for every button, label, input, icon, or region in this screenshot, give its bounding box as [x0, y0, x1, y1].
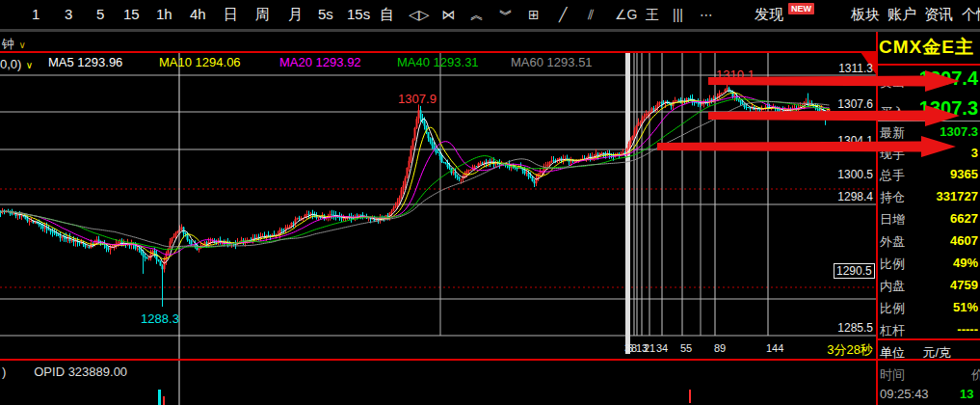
ma20-readout: MA20 1293.92	[279, 55, 361, 69]
sell-label: 卖出	[880, 74, 905, 92]
new-badge: NEW	[788, 3, 814, 14]
last-label: 最新	[880, 124, 905, 142]
menu-account[interactable]: 账户	[887, 5, 916, 24]
daily-increase-value: 6627	[950, 211, 978, 226]
price-label: 1285.5	[815, 321, 873, 335]
price-label: 1304.1	[815, 134, 873, 148]
sell-price[interactable]: 1307.4	[919, 68, 978, 90]
period-button-5[interactable]: 5	[96, 5, 104, 24]
price-label-boxed: 1290.5	[834, 263, 875, 279]
bar-countdown: 3分28秒	[817, 341, 873, 359]
trendline-icon[interactable]: ╱	[559, 5, 567, 24]
layout-grid-icon[interactable]: ⊞	[528, 5, 540, 24]
period-button-week[interactable]: 周	[255, 5, 270, 24]
ma60-readout: MA60 1293.51	[511, 55, 593, 69]
chart-bottom-border	[0, 359, 980, 361]
total-vol-value: 9365	[950, 167, 978, 181]
price-annotation: 1288.3	[131, 311, 189, 326]
ma-line-20	[1, 96, 830, 255]
price-label: 1300.5	[815, 168, 873, 181]
cur-vol-label: 现手	[880, 146, 905, 163]
expand-horizontal-icon[interactable]: ◁▷	[409, 5, 430, 24]
tape-price-header: 价	[971, 366, 980, 384]
panel-divider	[878, 338, 980, 340]
ma-line-40	[1, 99, 830, 250]
period-button-1h[interactable]: 1h	[156, 5, 172, 24]
ma10-readout: MA10 1294.06	[159, 55, 241, 69]
chevrons-up-icon[interactable]: ︽	[470, 5, 484, 24]
leverage-value: -----	[957, 322, 978, 337]
fib-time-label: 89	[714, 342, 726, 354]
period-button-1[interactable]: 1	[32, 5, 40, 24]
toolbar-separator	[0, 29, 980, 32]
panel-divider	[878, 64, 980, 66]
price-annotation: 1307.9	[388, 92, 446, 106]
price-label: 1307.6	[815, 97, 873, 111]
outer-vol-label: 外盘	[880, 233, 905, 251]
fib-time-label: 144	[766, 342, 783, 354]
price-annotation: 1310.1	[706, 68, 764, 82]
tape-time: 09:25:43	[880, 387, 929, 401]
period-button-month[interactable]: 月	[288, 5, 303, 24]
period-button-4h[interactable]: 4h	[190, 5, 206, 24]
daily-increase-label: 日增	[880, 211, 905, 229]
more-icon[interactable]: ⋯	[700, 5, 713, 24]
fib-time-label: 21	[644, 342, 655, 354]
menu-sectors[interactable]: 板块	[851, 5, 880, 24]
tape-price: 13	[960, 387, 973, 401]
chevron-down-icon: ∨	[18, 40, 25, 50]
buy-label: 买入	[880, 104, 905, 122]
vertical-lines-icon[interactable]: |||	[673, 5, 683, 24]
period-button-15s[interactable]: 15s	[347, 5, 370, 24]
candles-layer	[1, 82, 830, 307]
fib-time-label: 34	[656, 342, 668, 354]
fib-time-label: 55	[680, 342, 692, 354]
period-button-5s[interactable]: 5s	[318, 5, 333, 24]
leverage-label: 杠杆	[880, 322, 905, 339]
parallel-lines-icon[interactable]: ⫽	[588, 5, 594, 24]
period-button-custom[interactable]: 自	[380, 5, 394, 24]
inner-ratio-label: 比例	[880, 300, 905, 317]
inner-ratio-value: 51%	[953, 300, 978, 314]
price-label: 1311.3	[815, 62, 873, 75]
period-button-15[interactable]: 15	[123, 5, 140, 24]
chevron-down-icon: ∨	[26, 60, 33, 70]
outer-vol-value: 4607	[950, 233, 978, 248]
menu-news[interactable]: 资讯	[924, 5, 953, 24]
ma5-readout: MA5 1293.96	[48, 55, 122, 69]
gann-tool-icon[interactable]: 王	[646, 5, 659, 24]
buy-price[interactable]: 1307.3	[919, 97, 978, 120]
cur-vol-value: 3	[971, 146, 978, 160]
period-button-day[interactable]: 日	[224, 5, 238, 24]
menu-personal[interactable]: 个性	[962, 5, 980, 24]
outer-ratio-label: 比例	[880, 256, 905, 273]
ma-line-60	[1, 102, 830, 247]
symbol-title[interactable]: CMX金E主	[879, 35, 974, 60]
inner-vol-value: 4759	[950, 278, 978, 292]
ma40-readout: MA40 1293.31	[397, 55, 479, 69]
indicator-param-partial[interactable]: 0,0) ∨	[0, 55, 33, 72]
period-button-3[interactable]: 3	[65, 5, 72, 24]
total-vol-label: 总手	[880, 167, 905, 184]
inner-vol-label: 内盘	[880, 278, 905, 295]
opid-indicator-label: ) OPID 323889.00	[2, 364, 127, 379]
chevrons-down-icon[interactable]: ︾	[499, 5, 513, 24]
outer-ratio-value: 49%	[953, 256, 978, 270]
open-interest-value: 331727	[937, 189, 978, 203]
price-label: 1298.4	[815, 190, 873, 203]
ma-line-5	[1, 91, 830, 263]
panel-left-border	[876, 32, 878, 405]
chart-top-border	[0, 51, 876, 53]
panel-divider	[877, 121, 980, 122]
top-toolbar: 1 3 5 15 1h 4h 日 周 月 5s 15s 自 ◁▷ ⋈ ︽ ︾ ⊞…	[0, 0, 980, 29]
last-value: 1307.3	[940, 124, 978, 139]
tape-time-header: 时间	[880, 366, 905, 384]
trading-app-window: { "toolbar": { "periods": ["1","3","5","…	[0, 0, 980, 405]
open-interest-label: 持仓	[880, 189, 905, 206]
compress-horizontal-icon[interactable]: ⋈	[441, 5, 455, 24]
golden-section-icon[interactable]: ∠G	[615, 5, 637, 24]
menu-discover[interactable]: 发现	[755, 5, 783, 24]
